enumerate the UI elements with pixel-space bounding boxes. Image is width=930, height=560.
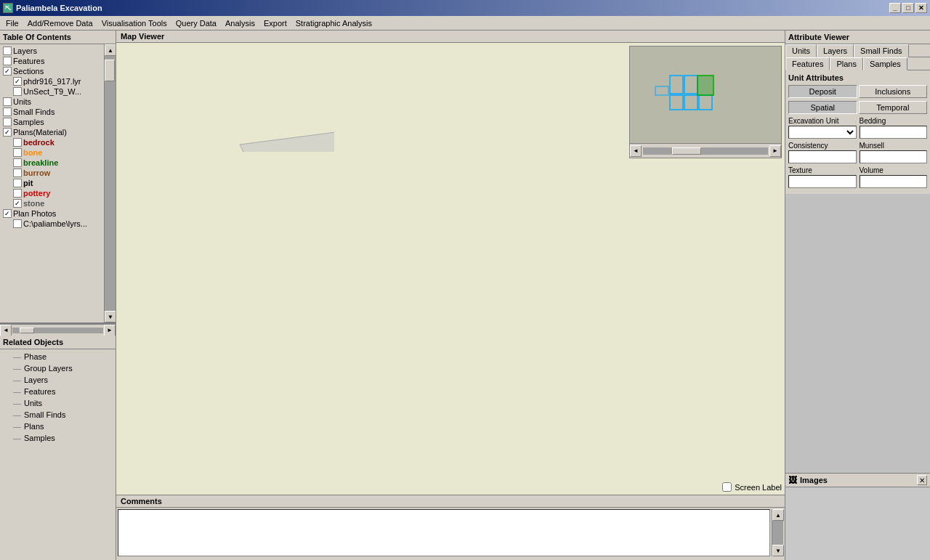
related-small-finds[interactable]: Small Finds [1,409,114,421]
excavation-unit-select[interactable] [788,126,857,139]
attr-tab-row1: Units Layers Small Finds [785,44,930,57]
hscroll-track[interactable] [12,328,103,333]
close-button[interactable]: ✕ [915,3,927,13]
mini-map-view[interactable] [630,46,781,143]
toc-pottery[interactable]: pottery [1,188,102,198]
hscroll-right[interactable]: ► [104,325,116,336]
tab-plans[interactable]: Plans [830,57,863,70]
inclusions-btn[interactable]: Inclusions [859,85,928,98]
vscroll-down[interactable]: ▼ [105,311,116,322]
menu-query[interactable]: Query Data [171,17,221,29]
menu-strat[interactable]: Stratigraphic Analysis [291,17,376,29]
toc-plan-photos-cb[interactable] [3,209,12,218]
mini-scroll-track[interactable] [643,147,768,155]
toc-unsect[interactable]: UnSect_T9_W... [1,86,102,97]
toc-small-finds-cb[interactable] [3,107,12,116]
munsell-group: Munsell [860,142,928,163]
related-units[interactable]: Units [1,397,114,409]
toc-layers[interactable]: Layers [1,46,102,56]
menu-analysis[interactable]: Analysis [221,17,259,29]
bedding-input[interactable] [860,126,928,139]
toc-burrow-cb[interactable] [13,169,22,177]
tab-units[interactable]: Units [785,44,817,57]
toc-plans-material-cb[interactable] [3,128,12,137]
related-objects-header: Related Objects [0,336,116,349]
deposit-btn[interactable]: Deposit [788,85,857,98]
mini-scroll-left[interactable]: ◄ [630,145,642,157]
toc-stone-cb[interactable] [13,199,22,208]
menu-file[interactable]: File [1,17,23,29]
toc-breakline[interactable]: breakline [1,158,102,168]
comments-scroll-down[interactable]: ▼ [772,545,784,556]
toc-plans-material[interactable]: Plans(Material) [1,127,102,137]
menu-export[interactable]: Export [259,17,291,29]
toc-phdr-cb[interactable] [13,77,22,86]
toc-units-cb[interactable] [3,97,12,106]
field-row-1: Excavation Unit Bedding [788,117,927,139]
mini-scroll-thumb[interactable] [672,147,701,155]
minimize-button[interactable]: _ [889,3,901,13]
toc-sections-cb[interactable] [3,67,12,76]
toc-bone[interactable]: bone [1,147,102,158]
toc-path[interactable]: C:\paliambe\lyrs... [1,219,102,229]
toc-units[interactable]: Units [1,97,102,107]
vscroll-track[interactable] [105,56,116,311]
toc-small-finds[interactable]: Small Finds [1,107,102,117]
spatial-btn[interactable]: Spatial [788,101,857,114]
attr-section: Unit Attributes Deposit Inclusions Spati… [785,70,930,194]
hscroll-left[interactable]: ◄ [0,325,12,336]
menu-add-remove[interactable]: Add/Remove Data [23,17,97,29]
comments-scroll-up[interactable]: ▲ [772,509,784,521]
toc-features-cb[interactable] [3,57,12,65]
comments-textarea[interactable] [118,509,770,556]
volume-input[interactable] [860,175,928,188]
toc-bedrock-cb[interactable] [13,138,22,147]
toc-pit-cb[interactable] [13,179,22,187]
tab-small-finds[interactable]: Small Finds [854,44,908,57]
excavation-unit-label: Excavation Unit [788,117,857,125]
toc-sections[interactable]: Sections [1,66,102,76]
maximize-button[interactable]: □ [902,3,914,13]
toc-stone[interactable]: stone [1,198,102,208]
mini-scroll-right[interactable]: ► [769,145,781,157]
related-group-layers[interactable]: Group Layers [1,362,114,374]
toc-pit[interactable]: pit [1,178,102,188]
related-features[interactable]: Features [1,386,114,397]
comments-header: Comments [116,495,785,508]
unit-attr-title: Unit Attributes [788,73,927,82]
tab-samples[interactable]: Samples [863,57,907,70]
toc-path-cb[interactable] [13,219,22,228]
toc-plan-photos[interactable]: Plan Photos [1,208,102,219]
texture-input[interactable] [788,175,857,188]
tab-layers[interactable]: Layers [817,44,854,57]
temporal-btn[interactable]: Temporal [859,101,928,114]
hscroll-thumb[interactable] [20,328,34,333]
related-plans[interactable]: Plans [1,421,114,432]
tab-features[interactable]: Features [785,57,830,70]
map-area[interactable]: ◄ ► Screen Label [116,43,785,495]
related-samples[interactable]: Samples [1,432,114,444]
menu-visualisation[interactable]: Visualisation Tools [97,17,171,29]
toc-phdr[interactable]: phdr916_917.lyr [1,76,102,86]
related-phase[interactable]: Phase [1,351,114,362]
toc-bedrock[interactable]: bedrock [1,137,102,147]
toc-samples-cb[interactable] [3,118,12,126]
related-layers[interactable]: Layers [1,374,114,386]
title-bar: ⛏ Paliambela Excavation _ □ ✕ [0,0,930,16]
toc-unsect-cb[interactable] [13,87,22,96]
images-header-bar: 🖼 Images ✕ [785,474,930,487]
toc-bone-cb[interactable] [13,148,22,157]
munsell-input[interactable] [860,150,928,163]
vscroll-up[interactable]: ▲ [105,44,116,56]
toc-pottery-cb[interactable] [13,189,22,198]
toc-features[interactable]: Features [1,56,102,66]
toc-breakline-cb[interactable] [13,158,22,167]
comments-vscroll-track[interactable] [772,521,783,545]
consistency-input[interactable] [788,150,857,163]
toc-samples[interactable]: Samples [1,117,102,127]
toc-burrow[interactable]: burrow [1,168,102,178]
toc-layers-cb[interactable] [3,46,12,55]
vscroll-thumb[interactable] [105,60,115,81]
images-close-button[interactable]: ✕ [917,475,927,485]
screen-label-checkbox[interactable] [722,482,732,492]
